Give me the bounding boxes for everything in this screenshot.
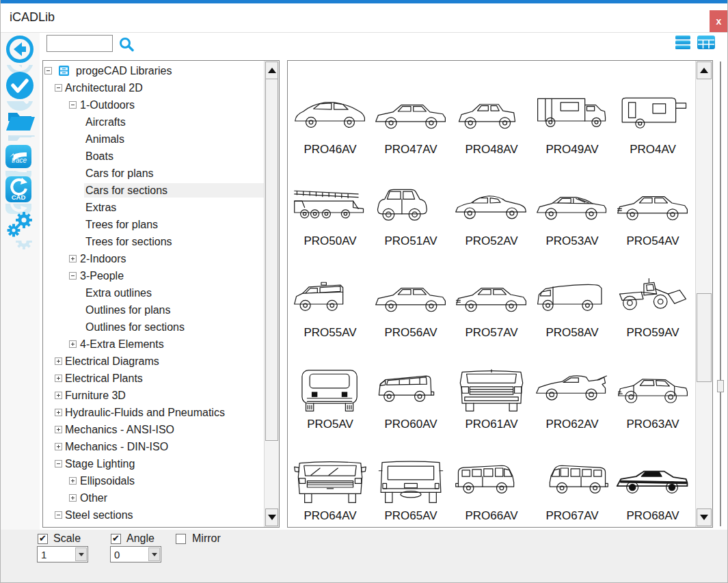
grid-scroll-down-button[interactable] xyxy=(697,509,712,526)
grid-item[interactable]: PRO58AV xyxy=(532,249,612,341)
collapse-toggle-icon[interactable] xyxy=(55,84,62,92)
tree-item[interactable]: Extra outlines xyxy=(43,284,265,301)
tree-item[interactable]: Trees for plans xyxy=(43,216,265,233)
tree-scrollbar-thumb[interactable] xyxy=(265,79,278,441)
expand-toggle-icon[interactable] xyxy=(55,357,62,365)
tree-item[interactable]: Electrical Diagrams xyxy=(43,353,265,370)
grid-item[interactable]: PRO49AV xyxy=(532,66,612,158)
window-edge-slider-thumb[interactable] xyxy=(717,380,724,392)
tree-item[interactable]: Mechanics - ANSI-ISO xyxy=(43,421,265,438)
tree-scroll-down-button[interactable] xyxy=(265,509,278,526)
thumbnails-view-button[interactable] xyxy=(697,34,716,53)
titlebar[interactable]: iCADLib x xyxy=(0,3,728,32)
tree-item[interactable]: Outlines for sections xyxy=(43,318,265,336)
grid-scroll-up-button[interactable] xyxy=(697,62,712,79)
tree-item[interactable]: Aircrafts xyxy=(43,113,265,131)
tree-item[interactable]: 1-Outdoors xyxy=(43,96,265,113)
tree-item-label: Outlines for plans xyxy=(84,303,265,317)
back-button[interactable] xyxy=(5,34,36,68)
grid-item[interactable]: PRO46AV xyxy=(290,66,370,158)
scale-checkbox[interactable]: ✔ xyxy=(38,534,48,544)
grid-item[interactable]: PRO67AV xyxy=(532,433,612,524)
grid-item[interactable]: PRO53AV xyxy=(532,158,612,249)
scale-combobox[interactable]: 1 xyxy=(37,546,88,562)
grid-item[interactable]: PRO59AV xyxy=(612,249,693,341)
confirm-button[interactable] xyxy=(5,70,36,105)
collapse-toggle-icon[interactable] xyxy=(69,101,77,109)
grid-item[interactable]: PRO68AV xyxy=(612,433,693,524)
expand-toggle-icon[interactable] xyxy=(55,443,62,450)
tree-scrollbar[interactable] xyxy=(264,61,279,527)
expand-toggle-icon[interactable] xyxy=(55,375,62,382)
tree-item[interactable]: Cars for plans xyxy=(43,165,265,182)
tree-item[interactable]: Other xyxy=(43,489,265,506)
grid-item-label: PRO60AV xyxy=(384,416,437,433)
grid-item[interactable]: PRO66AV xyxy=(451,433,532,524)
tree-item[interactable]: 4-Extra Elements xyxy=(43,336,265,353)
grid-item[interactable]: PRO56AV xyxy=(370,249,451,341)
tree-item[interactable]: Architectural 2D xyxy=(43,79,265,96)
tree-item[interactable]: Steel sections - EN xyxy=(43,524,265,527)
tree-scroll-up-button[interactable] xyxy=(265,62,278,79)
tree-item[interactable]: Trees for sections xyxy=(43,233,265,250)
grid-scrollbar-thumb[interactable] xyxy=(697,293,712,382)
tree-item[interactable]: Stage Lighting xyxy=(43,455,265,472)
close-button[interactable]: x xyxy=(710,10,728,32)
collapse-toggle-icon[interactable] xyxy=(69,272,77,280)
tree-item[interactable]: Mechanics - DIN-ISO xyxy=(43,438,265,455)
trace-button[interactable]: tracetrace xyxy=(5,143,36,177)
tree-item[interactable]: Extras xyxy=(43,199,265,216)
tree-item[interactable]: Boats xyxy=(43,148,265,165)
tree-item[interactable]: Outlines for plans xyxy=(43,301,265,318)
angle-checkbox[interactable]: ✔ xyxy=(111,534,121,544)
tree-item[interactable]: Cars for sections xyxy=(43,182,265,199)
tree-item[interactable]: progeCAD Libraries xyxy=(43,62,265,79)
grid-item[interactable]: PRO50AV xyxy=(290,158,370,249)
tree-item[interactable]: Hydraulic-Fluids and Pneumatics xyxy=(43,404,265,421)
grid-item[interactable]: PRO54AV xyxy=(612,158,693,249)
expand-toggle-icon[interactable] xyxy=(69,477,77,485)
grid-item[interactable]: PRO55AV xyxy=(290,249,370,341)
collapse-toggle-icon[interactable] xyxy=(55,511,62,519)
grid-item[interactable]: PRO4AV xyxy=(612,66,693,158)
grid-item[interactable]: PRO62AV xyxy=(532,341,612,433)
expand-toggle-icon[interactable] xyxy=(69,494,77,502)
tree-item[interactable]: Steel sections xyxy=(43,506,265,524)
tree-item[interactable]: Furniture 3D xyxy=(43,387,265,404)
grid-scrollbar[interactable] xyxy=(695,61,712,527)
angle-dropdown-button[interactable] xyxy=(148,547,160,561)
grid-item[interactable]: PRO65AV xyxy=(370,433,451,524)
scale-dropdown-button[interactable] xyxy=(75,547,87,561)
grid-item[interactable]: PRO64AV xyxy=(290,433,370,524)
expand-toggle-icon[interactable] xyxy=(69,255,77,262)
expand-toggle-icon[interactable] xyxy=(55,392,62,399)
search-icon[interactable] xyxy=(118,36,135,53)
collapse-toggle-icon[interactable] xyxy=(55,460,62,467)
tree-item[interactable]: Electrical Plants xyxy=(43,370,265,387)
grid-item[interactable]: PRO57AV xyxy=(451,249,532,341)
grid-item[interactable]: PRO47AV xyxy=(370,66,451,158)
open-folder-button[interactable] xyxy=(5,107,36,141)
grid-item[interactable]: PRO48AV xyxy=(451,66,532,158)
grid-item[interactable]: PRO5AV xyxy=(290,341,370,433)
expand-toggle-icon[interactable] xyxy=(55,409,62,416)
grid-item[interactable]: PRO51AV xyxy=(370,158,451,249)
mirror-checkbox[interactable] xyxy=(176,534,186,544)
cad-blocks-button[interactable]: CADCAD xyxy=(5,176,36,210)
tree-item-label: Electrical Diagrams xyxy=(64,354,265,368)
grid-item[interactable]: PRO61AV xyxy=(451,341,532,433)
grid-item[interactable]: PRO63AV xyxy=(612,341,693,433)
grid-item[interactable]: PRO52AV xyxy=(451,158,532,249)
collapse-toggle-icon[interactable] xyxy=(44,67,52,74)
grid-item[interactable]: PRO60AV xyxy=(370,341,451,433)
search-input[interactable] xyxy=(46,35,113,52)
tree-item[interactable]: 2-Indoors xyxy=(43,250,265,267)
tree-item[interactable]: Animals xyxy=(43,131,265,148)
list-view-button[interactable] xyxy=(674,34,692,53)
angle-combobox[interactable]: 0 xyxy=(110,546,161,562)
settings-gears-button[interactable] xyxy=(5,210,36,244)
expand-toggle-icon[interactable] xyxy=(55,426,62,433)
tree-item[interactable]: Ellipsoidals xyxy=(43,472,265,489)
expand-toggle-icon[interactable] xyxy=(69,340,77,348)
tree-item[interactable]: 3-People xyxy=(43,267,265,284)
